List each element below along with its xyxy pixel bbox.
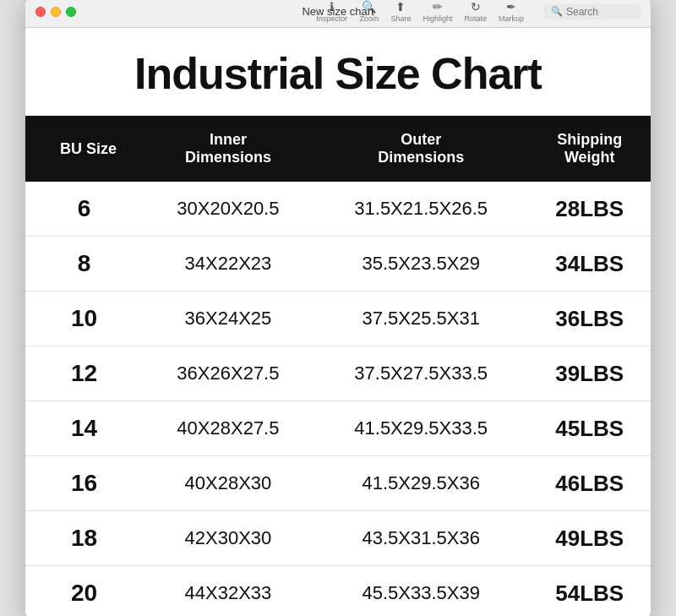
chart-title: Industrial Size Chart <box>25 28 651 116</box>
rotate-button[interactable]: ↻ Rotate <box>464 0 487 23</box>
search-box[interactable]: 🔍 <box>544 4 641 19</box>
cell-inner-dim: 36X24X25 <box>143 292 313 346</box>
table-row: 1842X30X3043.5X31.5X3649LBS <box>25 511 651 566</box>
traffic-lights <box>35 7 76 17</box>
size-table: BU Size InnerDimensions OuterDimensions … <box>25 116 651 616</box>
table-row: 2044X32X3345.5X33.5X3954LBS <box>25 566 651 617</box>
cell-inner-dim: 44X32X33 <box>143 566 313 617</box>
cell-bu-size: 20 <box>25 566 143 617</box>
cell-outer-dim: 37.5X25.5X31 <box>313 292 529 346</box>
search-icon: 🔍 <box>551 6 563 17</box>
cell-shipping-weight: 45LBS <box>528 401 651 456</box>
col-header-bu-size: BU Size <box>25 116 143 182</box>
cell-inner-dim: 34X22X23 <box>143 237 313 292</box>
col-header-outer: OuterDimensions <box>313 116 529 182</box>
cell-bu-size: 12 <box>25 346 143 401</box>
share-button[interactable]: ⬆ Share <box>390 0 411 23</box>
cell-bu-size: 10 <box>25 292 143 346</box>
cell-bu-size: 8 <box>25 237 143 292</box>
highlight-button[interactable]: ✏ Highlight <box>422 0 452 23</box>
cell-inner-dim: 36X26X27.5 <box>143 346 313 401</box>
table-row: 1440X28X27.541.5X29.5X33.545LBS <box>25 401 651 456</box>
cell-outer-dim: 45.5X33.5X39 <box>313 566 529 617</box>
app-window: New size chart ℹ Inspector 🔍 Zoom ⬆ Shar… <box>25 0 651 616</box>
cell-inner-dim: 30X20X20.5 <box>143 182 313 237</box>
chart-content: Industrial Size Chart BU Size InnerDimen… <box>25 28 651 616</box>
markup-icon: ✒ <box>504 0 518 14</box>
cell-outer-dim: 31.5X21.5X26.5 <box>313 182 529 237</box>
cell-shipping-weight: 28LBS <box>528 182 651 237</box>
cell-bu-size: 14 <box>25 401 143 456</box>
cell-bu-size: 16 <box>25 456 143 511</box>
cell-outer-dim: 35.5X23.5X29 <box>313 237 529 292</box>
cell-outer-dim: 43.5X31.5X36 <box>313 511 529 566</box>
cell-inner-dim: 40X28X30 <box>143 456 313 511</box>
minimize-button[interactable] <box>51 7 61 17</box>
maximize-button[interactable] <box>66 7 76 17</box>
cell-shipping-weight: 36LBS <box>528 292 651 346</box>
col-header-shipping: ShippingWeight <box>528 116 651 182</box>
table-row: 1036X24X2537.5X25.5X3136LBS <box>25 292 651 346</box>
cell-inner-dim: 40X28X27.5 <box>143 401 313 456</box>
cell-inner-dim: 42X30X30 <box>143 511 313 566</box>
search-input[interactable] <box>566 6 634 18</box>
cell-outer-dim: 41.5X29.5X36 <box>313 456 529 511</box>
cell-outer-dim: 41.5X29.5X33.5 <box>313 401 529 456</box>
table-row: 1236X26X27.537.5X27.5X33.539LBS <box>25 346 651 401</box>
cell-outer-dim: 37.5X27.5X33.5 <box>313 346 529 401</box>
cell-bu-size: 18 <box>25 511 143 566</box>
table-row: 630X20X20.531.5X21.5X26.528LBS <box>25 182 651 237</box>
share-icon: ⬆ <box>394 0 407 14</box>
rotate-icon: ↻ <box>469 0 482 14</box>
col-header-inner: InnerDimensions <box>143 116 313 182</box>
cell-bu-size: 6 <box>25 182 143 237</box>
markup-button[interactable]: ✒ Markup <box>499 0 524 23</box>
close-button[interactable] <box>35 7 46 17</box>
cell-shipping-weight: 46LBS <box>528 456 651 511</box>
highlight-icon: ✏ <box>431 0 444 14</box>
titlebar: New size chart ℹ Inspector 🔍 Zoom ⬆ Shar… <box>25 0 651 28</box>
cell-shipping-weight: 54LBS <box>528 566 651 617</box>
cell-shipping-weight: 34LBS <box>528 237 651 292</box>
cell-shipping-weight: 39LBS <box>528 346 651 401</box>
cell-shipping-weight: 49LBS <box>528 511 651 566</box>
table-row: 1640X28X3041.5X29.5X3646LBS <box>25 456 651 511</box>
table-row: 834X22X2335.5X23.5X2934LBS <box>25 237 651 292</box>
window-title: New size chart <box>302 5 373 18</box>
table-header-row: BU Size InnerDimensions OuterDimensions … <box>25 116 651 182</box>
